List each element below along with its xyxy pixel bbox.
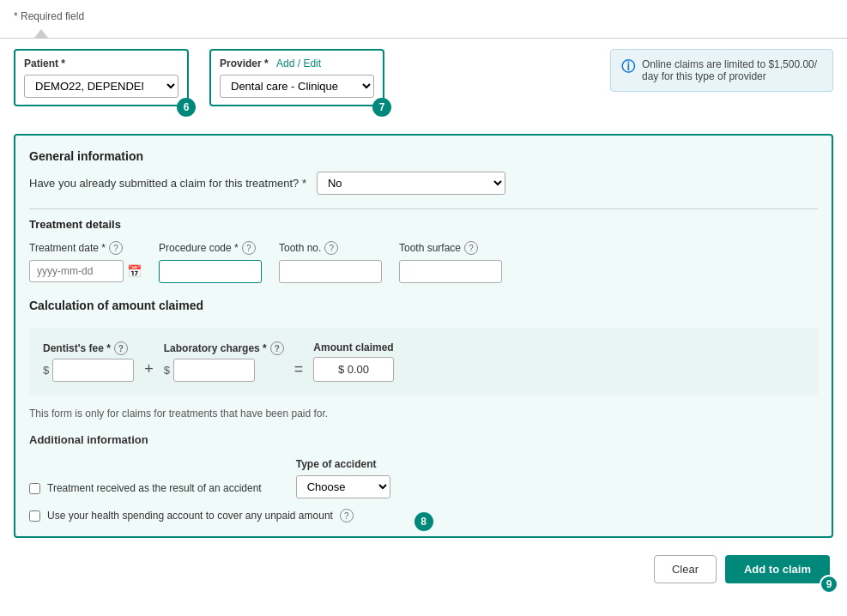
lab-help-icon[interactable]: ? [270, 341, 284, 355]
dentist-fee-col: Dentist's fee * ? $ [43, 341, 134, 382]
dentist-fee-help-icon[interactable]: ? [114, 341, 128, 355]
patient-field-box: Patient * DEMO22, DEPENDENT1 6 [14, 49, 189, 106]
accident-type-label: Type of accident [296, 458, 390, 470]
calc-title: Calculation of amount claimed [29, 299, 818, 312]
provider-label: Provider * Add / Edit [220, 57, 374, 69]
badge-8: 8 [414, 512, 433, 531]
accident-checkbox[interactable] [29, 483, 40, 494]
paid-note: This form is only for claims for treatme… [29, 408, 818, 420]
provider-select[interactable]: Dental care - Clinique Dentaire [220, 75, 374, 98]
main-form: General information Have you already sub… [14, 134, 833, 538]
info-text: Online claims are limited to $1,500.00/ … [642, 58, 822, 82]
calc-row: Dentist's fee * ? $ + Laboratory charges… [43, 341, 804, 382]
general-info-title: General information [29, 149, 818, 163]
additional-title: Additional information [29, 433, 818, 446]
provider-badge: 7 [372, 98, 391, 117]
tooth-no-help-icon[interactable]: ? [324, 241, 338, 255]
treatment-date-field: Treatment date * ? 📅 [29, 241, 142, 282]
calendar-icon[interactable]: 📅 [127, 264, 142, 278]
claim-question-select[interactable]: No [317, 172, 505, 195]
patient-label: Patient * [24, 57, 178, 69]
treatment-date-label: Treatment date * ? [29, 241, 142, 255]
tooth-no-label: Tooth no. ? [279, 241, 382, 255]
lab-charges-input[interactable] [173, 359, 255, 382]
procedure-code-label: Procedure code * ? [159, 241, 262, 255]
badge-9: 9 [820, 575, 838, 594]
tooth-surface-label: Tooth surface ? [399, 241, 502, 255]
accident-checkbox-row: Treatment received as the result of an a… [29, 482, 262, 494]
procedure-code-field: Procedure code * ? [159, 241, 262, 283]
top-bar: Patient * DEMO22, DEPENDENT1 6 Provider … [0, 38, 847, 117]
calc-wrapper: Calculation of amount claimed Dentist's … [29, 299, 818, 396]
add-to-claim-button[interactable]: Add to claim [725, 555, 830, 583]
info-icon: ⓘ [621, 58, 635, 76]
plus-operator: + [141, 360, 157, 378]
accident-row: Treatment received as the result of an a… [29, 458, 818, 498]
equals-operator: = [291, 360, 307, 378]
tooth-no-field: Tooth no. ? [279, 241, 382, 283]
clear-button[interactable]: Clear [654, 555, 717, 583]
accident-type-select[interactable]: Choose [296, 475, 390, 498]
procedure-help-icon[interactable]: ? [242, 241, 256, 255]
dentist-dollar-sign: $ [43, 364, 49, 377]
required-note: * Required field [0, 7, 847, 29]
amount-claimed-col: Amount claimed $ 0.00 [313, 341, 393, 382]
dentist-fee-input[interactable] [52, 359, 134, 382]
add-edit-link[interactable]: Add / Edit [276, 57, 321, 69]
divider-1 [29, 208, 818, 209]
health-spending-label[interactable]: Use your health spending account to cove… [47, 510, 333, 522]
health-spending-checkbox[interactable] [29, 510, 40, 522]
info-box: ⓘ Online claims are limited to $1,500.00… [610, 49, 833, 92]
tooth-no-input[interactable] [279, 260, 382, 283]
tooth-surface-field: Tooth surface ? [399, 241, 502, 283]
accident-checkbox-label[interactable]: Treatment received as the result of an a… [47, 482, 262, 494]
treatment-fields-row: Treatment date * ? 📅 Procedure code * ? [29, 241, 818, 283]
tooth-surface-input[interactable] [399, 260, 502, 283]
calc-section: Dentist's fee * ? $ + Laboratory charges… [29, 328, 818, 396]
page-wrapper: * Required field Patient * DEMO22, DEPEN… [0, 0, 847, 616]
general-info-row: Have you already submitted a claim for t… [29, 172, 818, 195]
claim-question-label: Have you already submitted a claim for t… [29, 177, 306, 190]
treatment-date-help-icon[interactable]: ? [109, 241, 123, 255]
treatment-details-title: Treatment details [29, 218, 818, 231]
lab-charges-col: Laboratory charges * ? $ [164, 341, 284, 382]
health-spending-help-icon[interactable]: ? [340, 509, 354, 522]
additional-section: Additional information Treatment receive… [29, 433, 818, 522]
patient-select[interactable]: DEMO22, DEPENDENT1 [24, 75, 178, 98]
provider-field-box: Provider * Add / Edit Dental care - Clin… [209, 49, 384, 106]
tooth-surface-help-icon[interactable]: ? [464, 241, 478, 255]
procedure-code-input[interactable] [159, 260, 262, 283]
lab-charges-label: Laboratory charges * ? [164, 341, 284, 355]
patient-badge: 6 [177, 98, 196, 117]
accident-type-col: Type of accident Choose [296, 458, 390, 498]
amount-claimed-label: Amount claimed [313, 341, 393, 353]
amount-claimed-value: $ 0.00 [313, 357, 393, 382]
dentist-fee-label: Dentist's fee * ? [43, 341, 134, 355]
lab-dollar-sign: $ [164, 364, 170, 377]
bottom-bar: Clear Add to claim 9 [0, 545, 847, 594]
treatment-date-input[interactable] [29, 260, 124, 282]
